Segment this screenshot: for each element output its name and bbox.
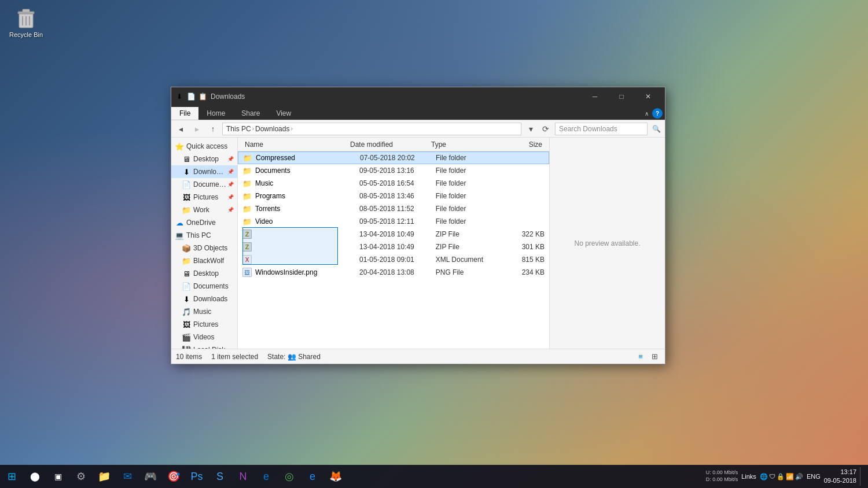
- file-row-png[interactable]: 🖼 WindowsInsider.png 20-04-2018 13:08 PN…: [238, 266, 549, 279]
- sidebar-item-downloads2[interactable]: ⬇ Downloads: [171, 293, 237, 305]
- search-box[interactable]: Search Downloads: [555, 123, 648, 135]
- sidebar-item-desktop-label: Desktop: [193, 155, 226, 163]
- up-button[interactable]: ↑: [206, 122, 220, 136]
- file-type-programs: File folder: [436, 192, 501, 200]
- sidebar-item-3dobjects-label: 3D Objects: [193, 244, 234, 252]
- file-row-music[interactable]: 📁 Music 05-05-2018 16:54 File folder: [238, 177, 549, 190]
- taskbar-ie-icon[interactable]: e: [301, 465, 324, 488]
- path-chevron-1: ›: [252, 125, 254, 132]
- help-button[interactable]: ?: [652, 108, 663, 119]
- sidebar-item-desktop2-label: Desktop: [193, 269, 234, 278]
- address-path[interactable]: This PC › Downloads ›: [222, 123, 521, 135]
- col-header-name[interactable]: Name: [242, 141, 348, 149]
- path-chevron-2: ›: [290, 125, 292, 132]
- taskbar-files-icon[interactable]: 📁: [93, 465, 116, 488]
- taskbar-game-icon[interactable]: 🎮: [139, 465, 162, 488]
- sidebar-item-videos[interactable]: 🎬 Videos: [171, 331, 237, 343]
- sidebar-item-music[interactable]: 🎵 Music: [171, 305, 237, 318]
- file-row-xml[interactable]: X 01-05-2018 09:01 XML Document 815 KB: [238, 253, 549, 266]
- file-row-documents[interactable]: 📁 Documents 09-05-2018 13:16 File folder: [238, 164, 549, 177]
- file-name-documents: Documents: [255, 167, 359, 175]
- col-header-size[interactable]: Size: [498, 141, 545, 149]
- show-desktop-button[interactable]: [860, 467, 863, 486]
- forward-button[interactable]: ▸: [190, 122, 204, 136]
- file-icon-documents: 📁: [242, 166, 252, 175]
- close-button[interactable]: ✕: [635, 87, 661, 106]
- taskbar-pinned-apps: ⚙ 📁 ✉ 🎮 🎯 Ps S N e ◎ e 🦊: [69, 465, 701, 488]
- state-info: State: 👥 Shared: [267, 353, 321, 361]
- file-type-video: File folder: [436, 217, 501, 225]
- sidebar-item-documents2-label: Documents: [193, 282, 234, 290]
- sidebar-item-3dobjects[interactable]: 📦 3D Objects: [171, 242, 237, 254]
- sidebar-item-downloads-label: Downloads: [193, 168, 226, 176]
- col-header-date[interactable]: Date modified: [348, 141, 429, 149]
- refresh-button[interactable]: ⟳: [539, 122, 553, 136]
- path-thispc[interactable]: This PC ›: [226, 125, 255, 133]
- sidebar-item-desktop2[interactable]: 🖥 Desktop: [171, 267, 237, 280]
- file-row-programs[interactable]: 📁 Programs 08-05-2018 13:46 File folder: [238, 190, 549, 202]
- address-right: ▾ ⟳: [524, 122, 553, 136]
- maximize-button[interactable]: □: [608, 87, 635, 106]
- taskbar-chrome-icon[interactable]: ◎: [278, 465, 301, 488]
- sidebar-item-quick-access[interactable]: ⭐ Quick access: [171, 140, 237, 153]
- file-row-torrents[interactable]: 📁 Torrents 08-05-2018 11:52 File folder: [238, 202, 549, 215]
- ribbon: File Home Share View ∧ ?: [171, 106, 665, 120]
- tab-file[interactable]: File: [171, 107, 198, 120]
- file-row-compressed[interactable]: 📁 Compressed 07-05-2018 20:02 File folde…: [238, 151, 549, 164]
- taskbar-s-icon[interactable]: S: [208, 465, 231, 488]
- tab-home[interactable]: Home: [198, 107, 233, 120]
- pin-icon-documents: 📌: [227, 182, 234, 187]
- tab-view[interactable]: View: [268, 107, 299, 120]
- sidebar-item-thispc[interactable]: 💻 This PC: [171, 229, 237, 242]
- status-bar: 10 items 1 item selected State: 👥 Shared…: [171, 349, 665, 364]
- file-list-area: Name Date modified Type Size 📁 Compresse…: [238, 138, 549, 349]
- explorer-window: ⬇ 📄 📋 Downloads ─ □ ✕ File Home Share Vi…: [171, 87, 665, 364]
- address-bar: ◂ ▸ ↑ This PC › Downloads › ▾ ⟳ Search D…: [171, 120, 665, 138]
- ribbon-collapse-icon[interactable]: ∧: [641, 108, 652, 119]
- recycle-bin[interactable]: Recycle Bin: [6, 6, 46, 38]
- minimize-button[interactable]: ─: [582, 87, 608, 106]
- dropdown-button[interactable]: ▾: [524, 122, 538, 136]
- taskbar-edge-icon[interactable]: e: [255, 465, 278, 488]
- tiles-view-button[interactable]: ⊞: [649, 351, 660, 363]
- details-view-button[interactable]: ≡: [635, 351, 646, 363]
- sidebar-item-pictures2[interactable]: 🖼 Pictures: [171, 318, 237, 331]
- sidebar-item-blackwolf[interactable]: 📁 BlackWolf: [171, 254, 237, 267]
- sidebar-item-local-c[interactable]: 💾 Local Disk (C:): [171, 343, 237, 349]
- file-icon-video: 📁: [242, 217, 252, 226]
- file-date-xml: 01-05-2018 09:01: [359, 256, 436, 264]
- sidebar-item-desktop[interactable]: 🖥 Desktop 📌: [171, 153, 237, 165]
- sidebar-item-onedrive[interactable]: ☁ OneDrive: [171, 216, 237, 229]
- sidebar-item-documents[interactable]: 📄 Documents 📌: [171, 178, 237, 191]
- taskbar-settings-icon[interactable]: ⚙: [69, 465, 93, 488]
- desktop-icon: 🖥: [182, 154, 191, 164]
- sidebar-item-documents2[interactable]: 📄 Documents: [171, 280, 237, 293]
- back-button[interactable]: ◂: [174, 122, 187, 136]
- search-icon[interactable]: 🔍: [650, 123, 663, 135]
- tab-share[interactable]: Share: [233, 107, 268, 120]
- path-downloads-label: Downloads: [255, 125, 289, 133]
- network-name[interactable]: Links: [741, 473, 756, 480]
- sidebar-item-downloads[interactable]: ⬇ Downloads 📌: [171, 165, 237, 178]
- taskbar-task-view[interactable]: ▣: [46, 465, 69, 488]
- taskbar-note-icon[interactable]: N: [231, 465, 255, 488]
- taskbar-email-icon[interactable]: ✉: [116, 465, 139, 488]
- path-downloads[interactable]: Downloads ›: [255, 125, 294, 133]
- file-row-video[interactable]: 📁 Video 09-05-2018 12:11 File folder: [238, 215, 549, 228]
- taskbar-clock[interactable]: 13:17 09-05-2018: [824, 468, 856, 486]
- status-left: 10 items 1 item selected State: 👥 Shared: [176, 353, 635, 361]
- taskbar-aim-icon[interactable]: 🎯: [162, 465, 185, 488]
- sidebar-item-work[interactable]: 📁 Work 📌: [171, 204, 237, 216]
- col-header-type[interactable]: Type: [429, 141, 498, 149]
- language-indicator[interactable]: ENG: [807, 473, 821, 480]
- file-icon-zip1: Z: [242, 230, 252, 239]
- taskbar-start-button[interactable]: ⊞: [0, 465, 23, 488]
- clock-time: 13:17: [824, 468, 856, 476]
- taskbar-ps-icon[interactable]: Ps: [185, 465, 208, 488]
- sidebar-item-pictures[interactable]: 🖼 Pictures 📌: [171, 191, 237, 204]
- file-row-zip1[interactable]: Z 13-04-2018 10:49 ZIP File 322 KB: [238, 228, 549, 241]
- file-row-zip2[interactable]: Z 13-04-2018 10:49 ZIP File 301 KB: [238, 241, 549, 253]
- taskbar-ff-icon[interactable]: 🦊: [324, 465, 347, 488]
- taskbar-search-button[interactable]: ⬤: [23, 465, 46, 488]
- file-list-header: Name Date modified Type Size: [238, 138, 549, 151]
